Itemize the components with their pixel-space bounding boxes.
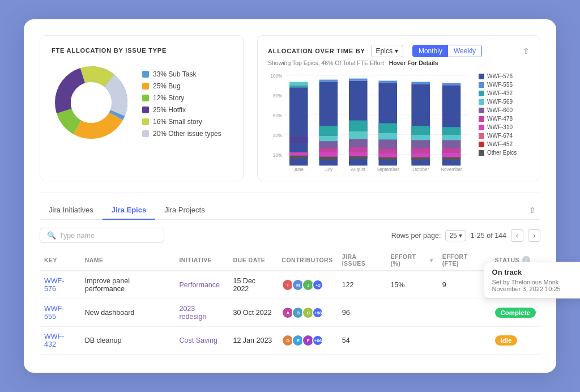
row1-key[interactable]: WWF-576 <box>44 277 64 293</box>
legend-dot-other <box>142 130 149 137</box>
chevron-down-icon: ▾ <box>459 232 462 240</box>
svg-rect-53 <box>411 126 430 135</box>
chart-area: 100% 80% 60% 40% 20% <box>268 71 530 175</box>
legend-small-story: 16% Small story <box>142 118 221 126</box>
search-box[interactable]: 🔍 Type name <box>40 228 164 243</box>
svg-text:August: August <box>351 167 366 172</box>
table-row: WWF-555 New dashboard 2023 redesign 30 O… <box>40 299 540 327</box>
col-key: KEY <box>40 250 80 271</box>
status-badge-idle: Idle <box>495 335 518 346</box>
main-card: FTE ALLOCATION BY ISSUE TYPE <box>24 19 556 373</box>
col-due-date: DUE DATE <box>228 250 277 271</box>
chevron-down-icon: ▾ <box>395 47 398 55</box>
svg-point-6 <box>71 82 112 123</box>
row1-effort-fte: 9 <box>438 271 491 299</box>
legend-dot-small-story <box>142 118 149 125</box>
col-contributors: CONTRIBUTORS <box>277 250 337 271</box>
svg-rect-28 <box>319 142 338 148</box>
bar-legend-wwf310: WWF-310 <box>479 124 530 130</box>
svg-rect-63 <box>442 135 461 140</box>
row3-initiative[interactable]: Cost Saving <box>179 336 217 344</box>
svg-rect-62 <box>442 127 461 135</box>
sort-icon: ▾ <box>430 257 433 263</box>
svg-rect-47 <box>378 148 397 154</box>
svg-rect-43 <box>378 81 397 83</box>
col-initiative: INITIATIVE <box>174 250 228 271</box>
tooltip-set-by: Set by Thelonious Monk <box>492 279 580 286</box>
svg-rect-19 <box>289 82 308 85</box>
epics-dropdown[interactable]: Epics ▾ <box>371 45 403 57</box>
svg-text:20%: 20% <box>273 152 283 157</box>
row2-key[interactable]: WWF-555 <box>44 305 64 321</box>
row1-contributors: T M J +2 <box>277 271 337 299</box>
tabs-row: Jira Initiatives Jira Epics Jira Project… <box>40 201 540 220</box>
next-page-button[interactable]: › <box>528 229 540 242</box>
bar-legend-wwf600: WWF-600 <box>479 107 530 113</box>
svg-rect-64 <box>442 140 461 148</box>
svg-rect-52 <box>411 82 430 84</box>
svg-rect-20 <box>289 137 308 143</box>
svg-text:November: November <box>441 167 462 172</box>
svg-rect-22 <box>289 156 308 159</box>
bar-legend-wwf674: WWF-674 <box>479 133 530 139</box>
row3-jira-issues: 54 <box>338 327 386 355</box>
svg-text:100%: 100% <box>271 73 283 78</box>
bar-legend-wwf569: WWF-569 <box>479 99 530 105</box>
prev-page-button[interactable]: ‹ <box>511 229 523 242</box>
row2-name: New dashboard <box>80 299 175 327</box>
svg-rect-21 <box>289 152 308 156</box>
svg-rect-65 <box>442 148 461 153</box>
svg-rect-57 <box>411 154 430 157</box>
bar-legend-wwf478: WWF-478 <box>479 116 530 122</box>
svg-rect-29 <box>319 148 338 152</box>
row1-name: Improve panel performance <box>80 271 175 299</box>
legend-other: 20% Other issue types <box>142 130 221 138</box>
row2-effort-pct <box>386 299 437 327</box>
rows-per-page-select[interactable]: 25 ▾ <box>445 230 466 241</box>
tooltip-box: On track Set by Thelonious Monk November… <box>484 262 580 299</box>
tab-initiatives[interactable]: Jira Initiatives <box>40 201 103 220</box>
row3-effort-pct <box>386 327 437 355</box>
tab-epics[interactable]: Jira Epics <box>103 201 155 220</box>
svg-rect-31 <box>319 157 338 160</box>
tab-projects[interactable]: Jira Projects <box>155 201 214 220</box>
svg-rect-35 <box>349 121 368 131</box>
svg-rect-55 <box>411 140 430 148</box>
donut-legend: 33% Sub Task 25% Bug 12% Story 25% Hotfi… <box>142 70 221 138</box>
bar-legend-wwf555: WWF-555 <box>479 82 530 88</box>
row3-name: DB cleanup <box>80 327 175 355</box>
weekly-toggle[interactable]: Weekly <box>448 45 481 57</box>
col-effort-pct[interactable]: EFFORT (%) ▾ <box>386 250 437 271</box>
row3-due-date: 12 Jan 2023 <box>228 327 277 355</box>
svg-rect-45 <box>378 133 397 140</box>
svg-rect-61 <box>442 83 461 85</box>
bar-legend-other-epics: Other Epics <box>479 150 530 156</box>
tooltip-date: November 3, 2022 10:25 <box>492 286 580 292</box>
svg-rect-67 <box>442 157 461 160</box>
svg-rect-56 <box>411 148 430 154</box>
svg-text:80%: 80% <box>273 92 283 98</box>
row3-key[interactable]: WWF-432 <box>44 333 64 348</box>
col-effort-fte: EFFORT (FTE) <box>438 250 491 271</box>
row1-due-date: 15 Dec 2022 <box>228 271 277 299</box>
row2-jira-issues: 96 <box>338 299 386 327</box>
svg-rect-66 <box>442 153 461 157</box>
search-icon: 🔍 <box>47 231 56 240</box>
svg-rect-30 <box>319 152 338 157</box>
monthly-toggle[interactable]: Monthly <box>413 45 448 57</box>
row2-initiative[interactable]: 2023 redesign <box>179 305 206 321</box>
top-section: FTE ALLOCATION BY ISSUE TYPE <box>40 35 540 181</box>
col-jira-issues: JIRA ISSUES <box>338 250 386 271</box>
svg-rect-34 <box>349 79 368 81</box>
share-icon[interactable]: ⇧ <box>523 46 530 56</box>
svg-text:40%: 40% <box>273 132 283 138</box>
table-row: WWF-432 DB cleanup Cost Saving 12 Jan 20… <box>40 327 540 355</box>
bar-card: ALLOCATION OVER TIME BY Epics ▾ Monthly … <box>257 35 540 181</box>
row1-initiative[interactable]: Performance <box>179 281 220 289</box>
row1-jira-issues: 122 <box>338 271 386 299</box>
legend-dot-story <box>142 95 149 101</box>
tab-share-icon[interactable]: ⇧ <box>524 201 540 219</box>
legend-dot-hotfix <box>142 106 149 113</box>
legend-dot-subtask <box>142 71 149 78</box>
donut-card: FTE ALLOCATION BY ISSUE TYPE <box>40 35 244 181</box>
